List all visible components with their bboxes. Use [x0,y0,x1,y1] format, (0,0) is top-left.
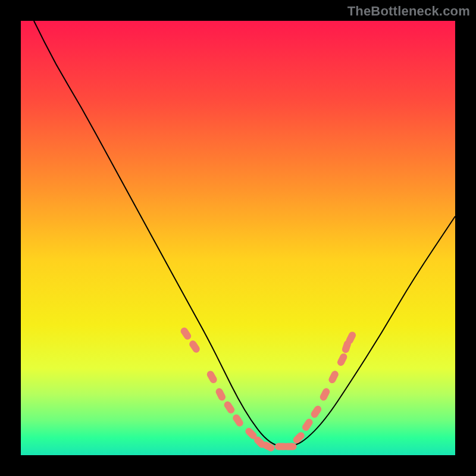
curve-marker [319,387,331,402]
curve-marker [231,413,245,428]
curve-marker [301,417,314,432]
curve-marker [284,443,297,450]
outer-frame: TheBottleneck.com [0,0,476,476]
curve-marker [179,326,192,341]
curve-marker [206,369,218,384]
watermark-text: TheBottleneck.com [347,4,470,19]
curve-marker [215,387,227,402]
marker-group [179,326,357,453]
curve-marker [336,352,349,367]
curve-marker [188,339,201,354]
curve-marker [223,400,236,415]
plot-area [21,21,455,455]
curve-layer [21,21,455,455]
bottleneck-curve [34,21,455,446]
curve-marker [327,369,340,384]
curve-marker [309,405,322,419]
